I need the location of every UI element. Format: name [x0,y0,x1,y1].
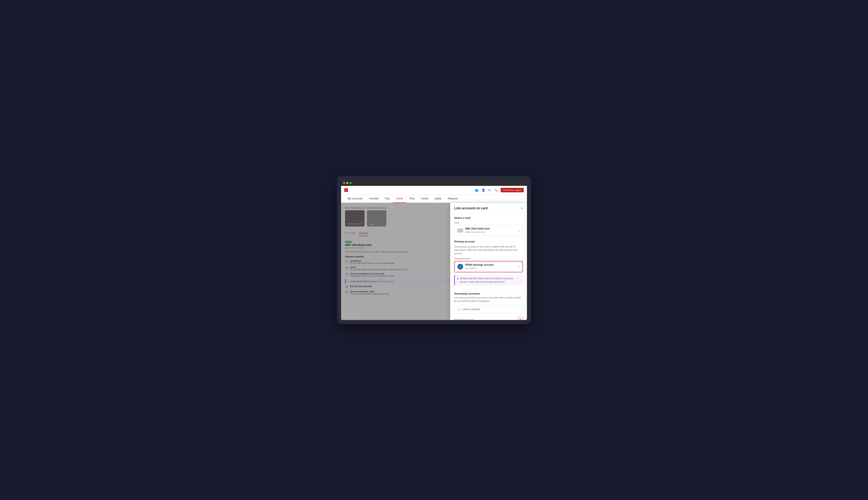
card-field-label: Card [454,221,523,224]
primary-account-number: 123-34567-0 [465,267,477,270]
card-dropdown-left: DBS VISA Debit Card 4628 4500 1234 5678 [457,227,490,234]
link-accounts-modal: Link accounts to card × Select a card Ca… [450,203,527,320]
nav-plan[interactable]: Plan [406,195,418,203]
close-icon[interactable]: ✕ [344,188,348,192]
selected-card-name: DBS VISA Debit Card [465,227,490,230]
primary-account-title: Primary account [454,240,523,243]
primary-account-left: ⚡ POSB eSavings Account 123-34567-0 [457,263,494,270]
delete-secondary-account-button[interactable]: 🗑 [517,317,523,320]
modal-body: Select a card Card DBS VISA Debit Card 4… [450,213,527,320]
browser-dot-red[interactable] [343,182,345,184]
modal-header: Link accounts to card × [450,203,527,213]
link-account-label: Link an account [463,308,480,311]
nav-pay[interactable]: Pay [382,195,393,203]
primary-chevron-icon: ∨ [518,265,520,268]
modal-close-button[interactable]: × [521,206,523,210]
content-area: DBS VISA Debit Card 4626 4500 1234 5678 … [341,203,527,320]
link-plus-icon: + [457,307,461,311]
nav-cards[interactable]: Cards [393,195,406,203]
nav-transfer[interactable]: Transfer [366,195,382,203]
modal-title: Link accounts to card [454,206,488,210]
primary-account-name: POSB eSavings Account [465,263,494,266]
secondary-account-label: Secondary account [454,318,473,320]
browser-dot-green[interactable] [350,182,352,184]
nav-my-accounts[interactable]: My Accounts [344,195,366,203]
info-box: ℹ All debit and ATM cards need to be lin… [454,275,523,285]
info-icon: ℹ [457,277,458,281]
nav-apply[interactable]: Apply [431,195,445,203]
selected-card-number: 4628 4500 1234 5678 [465,231,485,233]
primary-account-dropdown[interactable]: ⚡ POSB eSavings Account 123-34567-0 ∨ [454,261,523,272]
info-box-text: All debit and ATM cards need to be linke… [460,277,521,283]
proceed-logout-button[interactable]: Proceed to Logout [501,188,524,192]
person-icon[interactable]: 👤 [482,189,485,192]
primary-account-desc: Set a primary account on your card to su… [454,245,523,255]
card-dropdown[interactable]: DBS VISA Debit Card 4628 4500 1234 5678 … [454,225,523,236]
card-icon [457,228,463,232]
people-icon[interactable]: 👥 [475,189,478,192]
primary-account-info: POSB eSavings Account 123-34567-0 [465,263,494,270]
link-account-button[interactable]: + Link an account [454,305,523,314]
browser-dot-yellow[interactable] [346,182,348,184]
posb-account-icon: ⚡ [457,264,463,270]
chevron-down-icon: ∨ [518,229,520,232]
card-dropdown-info: DBS VISA Debit Card 4628 4500 1234 5678 [465,227,490,234]
select-card-title: Select a card [454,216,523,219]
secondary-accounts-desc: Link more accounts to your card so you h… [454,296,523,303]
secondary-account-label-row: Secondary account 🗑 [454,317,523,320]
secondary-accounts-title: Secondary accounts [454,292,523,295]
mail-icon[interactable]: ✉ [488,189,491,192]
nav-request[interactable]: Request [445,195,461,203]
top-nav: ✕ 👥 👤 ✉ 🔍 Proceed to Logout [341,186,527,195]
search-icon[interactable]: 🔍 [494,189,498,192]
nav-invest[interactable]: Invest [418,195,432,203]
main-nav: My Accounts Transfer Pay Cards Plan Inve… [341,195,527,203]
primary-field-label: Primary account [454,257,523,260]
